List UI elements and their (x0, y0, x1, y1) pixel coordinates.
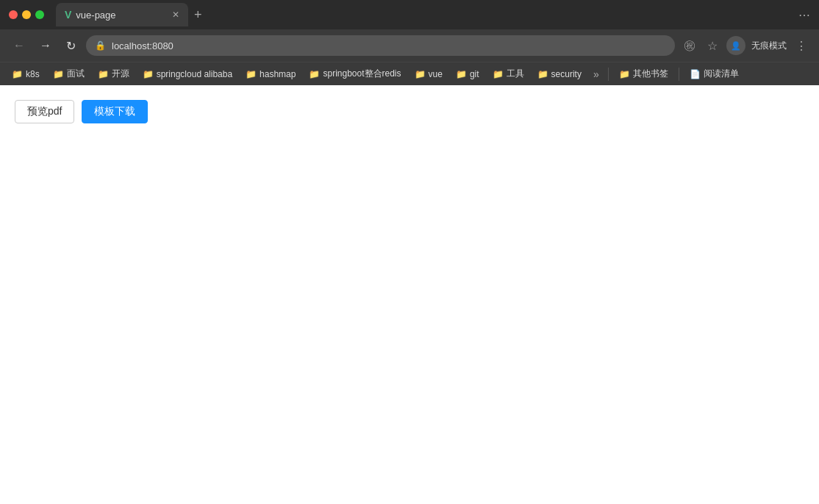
folder-icon: 📁 (309, 69, 320, 79)
button-row: 预览pdf 模板下载 (15, 100, 804, 123)
folder-icon: 📁 (537, 69, 548, 79)
url-text: localhost:8080 (112, 40, 174, 51)
user-avatar-icon: 👤 (731, 41, 741, 51)
maximize-button[interactable] (35, 10, 44, 19)
bookmark-label: k8s (26, 69, 40, 79)
window-more-icon[interactable]: ⋯ (798, 9, 810, 21)
folder-icon: 📁 (53, 69, 64, 79)
bookmarks-more-button[interactable]: » (589, 66, 604, 82)
bookmark-label: springcloud alibaba (157, 69, 232, 79)
nav-bar: ← → ↻ 🔒 localhost:8080 ㊗ ☆ 👤 无痕模式 ⋮ (0, 29, 819, 62)
bookmark-label: springboot整合redis (323, 68, 401, 80)
bookmark-separator (608, 68, 609, 81)
bookmark-label: 阅读清单 (704, 68, 739, 80)
bookmarks-bar: 📁 k8s 📁 面试 📁 开源 📁 springcloud alibaba 📁 … (0, 62, 819, 85)
folder-icon: 📁 (246, 69, 257, 79)
window-actions: ⋯ (798, 8, 810, 22)
bookmark-vue[interactable]: 📁 vue (409, 67, 448, 82)
tab-label: vue-page (76, 10, 115, 21)
download-template-button[interactable]: 模板下载 (82, 100, 148, 123)
user-avatar[interactable]: 👤 (726, 36, 745, 55)
bookmark-label: vue (429, 69, 443, 79)
vue-icon: V (65, 9, 71, 21)
bookmark-kaiyuan[interactable]: 📁 开源 (92, 65, 135, 82)
new-tab-button[interactable]: + (188, 7, 208, 23)
bookmark-other[interactable]: 📁 其他书签 (613, 65, 674, 82)
more-options-icon[interactable]: ⋮ (793, 36, 810, 56)
title-bar: V vue-page ✕ + ⋯ (0, 0, 819, 29)
bookmark-tools[interactable]: 📁 工具 (487, 65, 530, 82)
address-bar[interactable]: 🔒 localhost:8080 (86, 35, 675, 56)
page-content: 预览pdf 模板下载 (0, 85, 819, 504)
bookmark-label: git (470, 69, 479, 79)
bookmark-springboot[interactable]: 📁 springboot整合redis (303, 65, 407, 82)
tab-close-button[interactable]: ✕ (172, 10, 179, 20)
bookmark-separator2 (679, 68, 679, 81)
bookmark-label: hashmap (260, 69, 296, 79)
forward-button[interactable]: → (35, 36, 56, 55)
back-button[interactable]: ← (9, 36, 29, 55)
incognito-label: 无痕模式 (751, 40, 787, 52)
nav-actions: ㊗ ☆ 👤 无痕模式 ⋮ (681, 35, 810, 57)
preview-pdf-button[interactable]: 预览pdf (15, 100, 74, 123)
star-icon[interactable]: ☆ (704, 36, 720, 56)
bookmark-security[interactable]: 📁 security (532, 67, 587, 82)
translate-icon[interactable]: ㊗ (681, 35, 698, 57)
folder-icon: 📁 (493, 69, 504, 79)
folder-icon: 📁 (415, 69, 426, 79)
bookmark-label: 开源 (112, 68, 129, 80)
folder-icon: 📁 (456, 69, 467, 79)
folder-icon: 📁 (98, 69, 109, 79)
lock-icon: 🔒 (95, 40, 106, 51)
tab-bar: V vue-page ✕ + (56, 3, 793, 26)
bookmark-label: security (551, 69, 582, 79)
bookmark-label: 其他书签 (633, 68, 668, 80)
reload-button[interactable]: ↻ (62, 36, 80, 56)
bookmark-k8s[interactable]: 📁 k8s (6, 67, 46, 82)
bookmark-springcloud[interactable]: 📁 springcloud alibaba (137, 67, 238, 82)
bookmark-git[interactable]: 📁 git (450, 67, 485, 82)
bookmark-reading-list[interactable]: 📄 阅读清单 (684, 65, 745, 82)
folder-icon: 📁 (619, 69, 630, 79)
close-button[interactable] (9, 10, 18, 19)
minimize-button[interactable] (22, 10, 31, 19)
bookmarks-right: 📁 其他书签 📄 阅读清单 (613, 65, 745, 82)
bookmark-label: 面试 (67, 68, 85, 80)
reading-list-icon: 📄 (690, 69, 701, 79)
active-tab[interactable]: V vue-page ✕ (56, 3, 188, 26)
folder-icon: 📁 (12, 69, 23, 79)
folder-icon: 📁 (143, 69, 154, 79)
bookmark-hashmap[interactable]: 📁 hashmap (240, 67, 301, 82)
bookmark-label: 工具 (507, 68, 524, 80)
traffic-lights (9, 10, 44, 19)
bookmark-mianshi[interactable]: 📁 面试 (47, 65, 90, 82)
